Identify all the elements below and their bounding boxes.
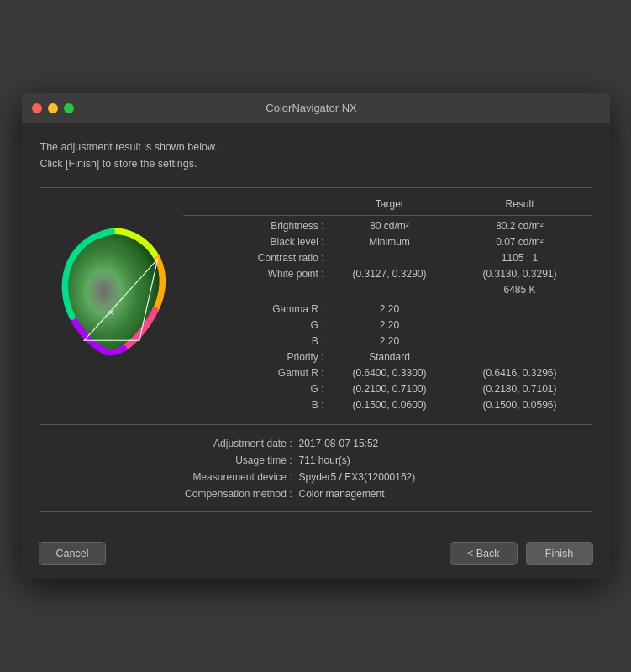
row-result-gammaB [449, 335, 592, 347]
traffic-lights [32, 103, 74, 113]
row-result-whitepoint: (0.3130, 0.3291) [449, 268, 592, 280]
row-label-blacklevel: Black level : [183, 236, 331, 248]
info-section: Adjustment date : 2017-08-07 15:52 Usage… [40, 430, 592, 504]
data-table: Target Result Brightness : 80 cd/m² 80.2… [183, 198, 592, 412]
close-button[interactable] [32, 103, 42, 113]
instruction-line2: Click [Finish] to store the settings. [40, 155, 592, 172]
row-result-gamutG: (0.2180, 0.7101) [449, 383, 592, 395]
row-label-gammaR: Gamma R : [183, 303, 331, 315]
row-result-gamutB: (0.1500, 0.0596) [449, 399, 592, 411]
table-row: Gamut R : (0.6400, 0.3300) (0.6416, 0.32… [183, 365, 592, 381]
table-row: 6485 K [183, 281, 592, 297]
info-value-compmethod: Color management [299, 488, 518, 500]
table-row: Brightness : 80 cd/m² 80.2 cd/m² [183, 218, 592, 234]
table-row: White point : (0.3127, 0.3290) (0.3130, … [183, 265, 592, 281]
cancel-button[interactable]: Cancel [39, 542, 107, 565]
row-target-gamutR: (0.6400, 0.3300) [331, 367, 449, 379]
col-target-header: Target [331, 198, 449, 210]
table-row: Black level : Minimum 0.07 cd/m² [183, 234, 592, 249]
row-target-contrast [331, 252, 449, 264]
row-target-priority: Standard [331, 351, 449, 363]
app-window: ColorNavigator NX The adjustment result … [22, 93, 610, 579]
row-result-gamutR: (0.6416, 0.3296) [449, 367, 592, 379]
row-label-gamutG: G : [183, 383, 331, 395]
info-value-measdev: Spyder5 / EX3(12000162) [299, 471, 518, 483]
finish-button[interactable]: Finish [526, 542, 593, 565]
row-label-gammaG: G : [183, 319, 331, 331]
window-title: ColorNavigator NX [74, 102, 549, 114]
col-result-header: Result [449, 198, 592, 210]
row-target-brightness: 80 cd/m² [331, 220, 449, 232]
row-label-gamutR: Gamut R : [183, 367, 331, 379]
footer: Cancel < Back Finish [22, 532, 610, 579]
row-result-priority [449, 351, 592, 363]
info-label-usagetime: Usage time : [114, 454, 299, 466]
row-target-gammaR: 2.20 [331, 303, 449, 315]
gamut-diagram-area: × [40, 198, 183, 412]
table-row: G : 2.20 [183, 317, 592, 333]
row-target-gammaG: 2.20 [331, 319, 449, 331]
back-button[interactable]: < Back [450, 542, 518, 565]
content-area: The adjustment result is shown below. Cl… [22, 123, 610, 532]
table-row: B : 2.20 [183, 333, 592, 349]
table-row: Gamma R : 2.20 [183, 301, 592, 317]
maximize-button[interactable] [64, 103, 74, 113]
info-row: Measurement device : Spyder5 / EX3(12000… [40, 469, 592, 486]
row-result-kelvin: 6485 K [449, 284, 592, 296]
gamut-diagram: × [53, 223, 171, 358]
row-result-gammaG [449, 319, 592, 331]
row-target-whitepoint: (0.3127, 0.3290) [331, 268, 449, 280]
main-area: × Target Result Brightness : 80 cd/m² 80… [40, 188, 592, 419]
info-label-adjdate: Adjustment date : [114, 438, 299, 449]
info-row: Compensation method : Color management [40, 486, 592, 502]
row-target-gamutB: (0.1500, 0.0600) [331, 399, 449, 411]
row-label-kelvin [183, 284, 331, 296]
info-row: Adjustment date : 2017-08-07 15:52 [40, 435, 592, 452]
info-row: Usage time : 711 hour(s) [40, 452, 592, 469]
info-label-compmethod: Compensation method : [114, 488, 299, 500]
instructions: The adjustment result is shown below. Cl… [40, 139, 592, 172]
info-value-adjdate: 2017-08-07 15:52 [299, 438, 518, 449]
info-label-measdev: Measurement device : [114, 471, 299, 483]
info-value-usagetime: 711 hour(s) [299, 454, 518, 466]
wp-marker: × [108, 307, 113, 318]
row-target-blacklevel: Minimum [331, 236, 449, 248]
row-label-priority: Priority : [183, 351, 331, 363]
table-row: G : (0.2100, 0.7100) (0.2180, 0.7101) [183, 381, 592, 396]
instruction-line1: The adjustment result is shown below. [40, 139, 592, 155]
row-label-gamutB: B : [183, 399, 331, 411]
row-target-gamutG: (0.2100, 0.7100) [331, 383, 449, 395]
footer-right-buttons: < Back Finish [450, 542, 593, 565]
row-target-gammaB: 2.20 [331, 335, 449, 347]
row-result-brightness: 80.2 cd/m² [449, 220, 592, 232]
row-label-contrast: Contrast ratio : [183, 252, 331, 264]
mid-divider [40, 424, 592, 425]
minimize-button[interactable] [48, 103, 58, 113]
row-target-kelvin [331, 284, 449, 296]
titlebar: ColorNavigator NX [22, 93, 610, 123]
row-label-brightness: Brightness : [183, 220, 331, 232]
row-label-gammaB: B : [183, 335, 331, 347]
row-label-whitepoint: White point : [183, 268, 331, 280]
row-result-contrast: 1105 : 1 [449, 252, 592, 264]
row-result-blacklevel: 0.07 cd/m² [449, 236, 592, 248]
table-row: Priority : Standard [183, 349, 592, 365]
row-result-gammaR [449, 303, 592, 315]
table-row: Contrast ratio : 1105 : 1 [183, 249, 592, 265]
bottom-divider [40, 511, 592, 512]
table-row: B : (0.1500, 0.0600) (0.1500, 0.0596) [183, 396, 592, 412]
table-header: Target Result [183, 198, 592, 216]
